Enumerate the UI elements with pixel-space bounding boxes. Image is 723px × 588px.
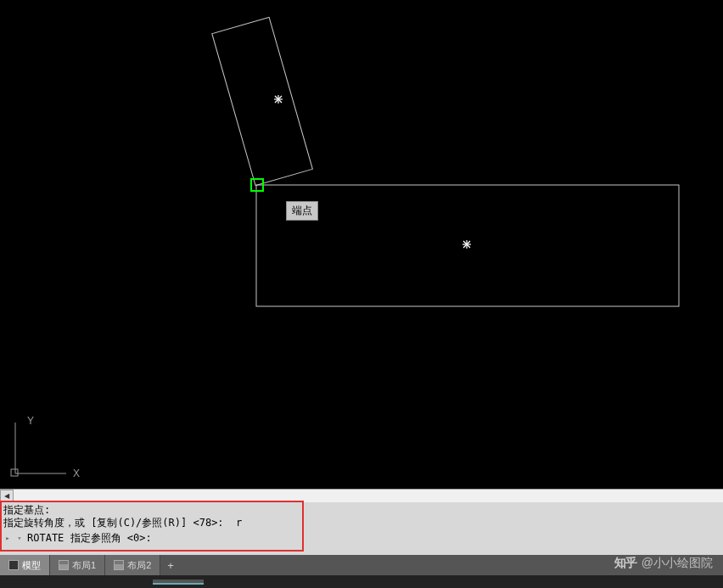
command-input-line[interactable]: ▸ ▾ ROTATE 指定参照角 <0>: bbox=[3, 531, 720, 545]
command-prompt-icon: ▸ bbox=[3, 534, 12, 542]
tab-layout2-label: 布局2 bbox=[127, 559, 151, 572]
command-history-line-1: 指定基点: bbox=[3, 504, 720, 517]
command-prompt-text: ROTATE 指定参照角 <0>: bbox=[27, 531, 152, 545]
rectangle-rotated bbox=[212, 17, 313, 185]
layout2-tab-icon bbox=[114, 560, 124, 570]
os-taskbar bbox=[0, 575, 723, 588]
watermark-user: @小小绘图院 bbox=[642, 556, 713, 571]
command-window[interactable]: 指定基点: 指定旋转角度，或 [复制(C)/参照(R)] <78>: r ▸ ▾… bbox=[0, 502, 723, 555]
command-history-line-2: 指定旋转角度，或 [复制(C)/参照(R)] <78>: r bbox=[3, 517, 720, 529]
horizontal-scrollbar[interactable]: ◀ bbox=[0, 489, 723, 502]
tab-add-layout[interactable]: + bbox=[160, 555, 181, 575]
point-marker-1 bbox=[274, 95, 283, 104]
svg-rect-0 bbox=[212, 17, 313, 185]
taskbar-app-indicator[interactable] bbox=[153, 580, 204, 585]
tab-layout1[interactable]: 布局1 bbox=[50, 555, 105, 575]
svg-text:Y: Y bbox=[27, 415, 34, 427]
ucs-icon: Y X bbox=[11, 415, 80, 479]
svg-rect-11 bbox=[11, 469, 18, 476]
command-expand-icon: ▾ bbox=[15, 534, 24, 542]
point-marker-2 bbox=[462, 240, 471, 249]
model-tab-icon bbox=[8, 560, 19, 570]
zhihu-logo-icon: 知乎 bbox=[614, 556, 636, 571]
tab-model[interactable]: 模型 bbox=[0, 555, 50, 575]
tab-model-label: 模型 bbox=[22, 559, 41, 572]
layout1-tab-icon bbox=[59, 560, 69, 570]
drawing-canvas[interactable]: Y X 端点 bbox=[0, 0, 723, 489]
drawing-svg: Y X bbox=[0, 0, 723, 489]
tab-layout1-label: 布局1 bbox=[72, 559, 96, 572]
watermark: 知乎 @小小绘图院 bbox=[614, 556, 713, 571]
svg-text:X: X bbox=[73, 468, 80, 479]
snap-tooltip: 端点 bbox=[286, 201, 318, 221]
scroll-left-arrow[interactable]: ◀ bbox=[0, 490, 14, 503]
tab-layout2[interactable]: 布局2 bbox=[105, 555, 160, 575]
